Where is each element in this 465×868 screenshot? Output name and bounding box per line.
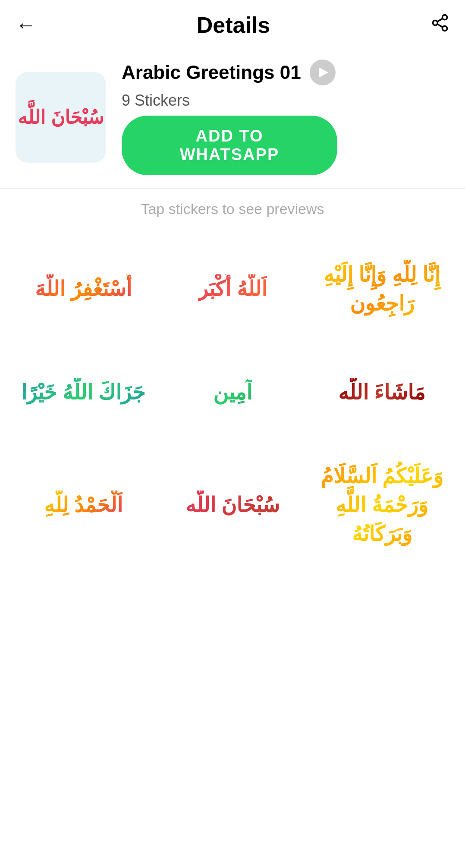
thumbnail-text: سُبْحَانَ اللَّه xyxy=(18,105,104,129)
sticker-cell[interactable]: إِنَّا لِلَّهِ وَإِنَّا إِلَيْهِ رَاجِعُ… xyxy=(307,237,456,341)
pack-name: Arabic Greetings 01 xyxy=(122,62,301,83)
sticker-cell[interactable]: سُبْحَانَ اللَّه xyxy=(158,444,307,566)
sticker-text: جَزَاكَ اللَّهُ خَيْرًا xyxy=(21,378,146,407)
sticker-cell[interactable]: مَاشَاءَ اللَّه xyxy=(307,341,456,444)
sticker-text: اَللَّهُ أَكْبَر xyxy=(198,274,267,303)
sticker-grid: أَسْتَغْفِرُ اللَّهَاَللَّهُ أَكْبَرإِنَ… xyxy=(0,233,465,570)
sticker-cell[interactable]: وَعَلَيْكُمُ اَلسَّلَامُ وَرَحْمَةُ اللَ… xyxy=(307,444,456,566)
sticker-cell[interactable]: اَلْحَمْدُ لِلَّهِ xyxy=(9,444,158,566)
sticker-text: أَسْتَغْفِرُ اللَّهَ xyxy=(35,274,131,303)
sticker-text: إِنَّا لِلَّهِ وَإِنَّا إِلَيْهِ رَاجِعُ… xyxy=(316,260,448,318)
pack-details: Arabic Greetings 01 9 Stickers ADD TO WH… xyxy=(122,60,449,175)
share-button[interactable] xyxy=(430,13,449,37)
preview-hint: Tap stickers to see previews xyxy=(0,189,465,233)
sticker-cell[interactable]: جَزَاكَ اللَّهُ خَيْرًا xyxy=(9,341,158,444)
sticker-cell[interactable]: أَسْتَغْفِرُ اللَّهَ xyxy=(9,237,158,341)
app-header: ← Details xyxy=(0,0,465,47)
sticker-text: مَاشَاءَ اللَّه xyxy=(338,378,425,407)
sticker-text: سُبْحَانَ اللَّه xyxy=(185,491,280,519)
svg-line-4 xyxy=(437,19,443,22)
sticker-cell[interactable]: آمِين xyxy=(158,341,307,444)
page-title: Details xyxy=(45,12,422,38)
sticker-text: آمِين xyxy=(213,378,252,407)
sticker-text: اَلْحَمْدُ لِلَّهِ xyxy=(44,491,123,519)
sticker-count: 9 Stickers xyxy=(122,91,449,110)
sticker-text: وَعَلَيْكُمُ اَلسَّلَامُ وَرَحْمَةُ اللَ… xyxy=(316,462,448,549)
back-button[interactable]: ← xyxy=(16,15,36,35)
sticker-cell[interactable]: اَللَّهُ أَكْبَر xyxy=(158,237,307,341)
play-button[interactable] xyxy=(310,60,336,85)
pack-title-row: Arabic Greetings 01 xyxy=(122,60,449,85)
pack-thumbnail: سُبْحَانَ اللَّه xyxy=(16,72,106,163)
add-to-whatsapp-button[interactable]: ADD TO WHATSAPP xyxy=(122,116,337,175)
svg-line-3 xyxy=(437,24,443,27)
pack-info-section: سُبْحَانَ اللَّه Arabic Greetings 01 9 S… xyxy=(0,47,465,188)
